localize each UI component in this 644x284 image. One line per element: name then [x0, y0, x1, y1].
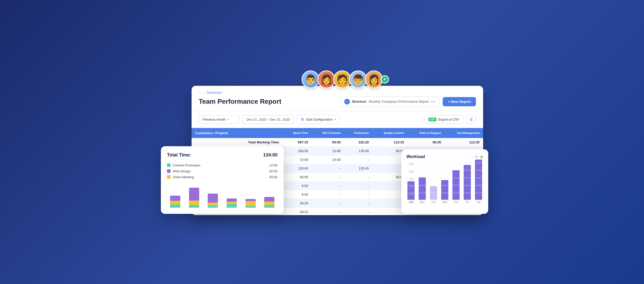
workload-day-label: Tue — [431, 201, 436, 204]
workload-bar-group: Thu — [451, 170, 461, 203]
workload-day-label: Mon — [420, 201, 425, 204]
row-spent: 28:20 — [283, 199, 312, 207]
legend-list: Content Promotion 12:00 Web Design 82:00… — [167, 162, 277, 180]
total-prod: 222:20 — [344, 138, 372, 147]
avatar-5[interactable]: 👩 — [365, 70, 383, 88]
legend-item: Client Meeting 40:00 — [167, 174, 277, 180]
workload-icon-1[interactable]: ○ — [471, 155, 473, 159]
row-spent: 206:50 — [283, 146, 312, 155]
back-to-dashboard-link[interactable]: ← ← Dashboard — [199, 91, 476, 94]
avatar-4[interactable]: 👦 — [349, 70, 367, 88]
row-spent: 28:20 — [283, 207, 312, 215]
workload-title: Workload — [406, 154, 425, 159]
mini-bar-segment — [246, 206, 256, 208]
workload-bar — [441, 180, 448, 200]
workload-y-label: 600 — [406, 163, 414, 166]
mini-bar-stack — [170, 196, 180, 208]
mini-bar-segment — [189, 201, 199, 205]
avatar-3[interactable]: 🧑 — [333, 70, 351, 88]
left-panel-total-time: Total Time: 134:00 Content Promotion 12:… — [161, 146, 284, 214]
export-label: Export to CSV — [438, 118, 459, 121]
add-avatar-button[interactable]: + — [381, 75, 389, 83]
print-icon: 🖨 — [469, 117, 473, 121]
workload-action-icons: ○ ⚙ ▣ — [471, 155, 483, 159]
mini-bar-stack — [189, 188, 199, 208]
legend-name: Web Design — [173, 169, 191, 173]
total-qc: 113:15 — [372, 138, 408, 147]
avatar-2[interactable]: 👩 — [317, 70, 335, 88]
page-title: Team Performance Report — [199, 98, 281, 106]
legend-name: Client Meeting — [173, 175, 194, 179]
legend-color-dot — [167, 175, 171, 179]
avatars-group: 👨 👩 🧑 👦 👩 + — [302, 70, 389, 88]
row-prod: - — [344, 199, 372, 207]
row-hr: 15:00 — [312, 146, 344, 155]
mini-bar-segment — [189, 205, 199, 208]
export-csv-button[interactable]: CSV Export to CSV — [425, 115, 463, 124]
mini-bar-chart — [167, 185, 277, 208]
mini-bar-segment — [170, 201, 180, 205]
workload-bar-group: Tue — [429, 186, 438, 204]
mini-bar-group — [186, 188, 202, 208]
row-hr: - — [312, 207, 344, 215]
row-hr: - — [312, 199, 344, 207]
workload-bar-group: Mon — [418, 177, 427, 204]
new-report-button[interactable]: + New Report — [443, 97, 476, 106]
back-link-text: ← Dashboard — [203, 91, 222, 94]
print-button[interactable]: 🖨 — [466, 115, 476, 124]
row-spent: 135:45 — [283, 164, 312, 173]
row-spent: 15:00 — [283, 155, 312, 164]
total-row-label: Total Working Time: — [192, 138, 283, 147]
workload-day-label: Fri — [466, 201, 469, 204]
shortcut-more-icon[interactable]: ••• — [431, 100, 436, 103]
legend-value: 82:00 — [269, 169, 277, 173]
mini-bar-segment — [246, 201, 256, 206]
total-time-value: 134:00 — [263, 152, 277, 158]
shortcut-check-icon: ✓ — [344, 99, 350, 104]
row-hr: 15:00 — [312, 155, 344, 164]
workload-bar — [419, 177, 426, 200]
row-prod: - — [344, 173, 372, 181]
col-header-top-management: Top Management — [445, 128, 483, 138]
workload-bar-group: Wed — [440, 180, 449, 204]
row-prod: - — [344, 155, 372, 164]
row-spent: 8:50 — [283, 190, 312, 199]
edit-config-button[interactable]: ⚙ Edit Configuration ▾ — [297, 115, 340, 124]
legend-name: Content Promotion — [173, 163, 200, 167]
shortcut-pill[interactable]: ✓ Shortcut: Monthly Company's Performanc… — [340, 97, 440, 107]
right-panel-workload: Workload ○ ⚙ ▣ 600500400300200100 SunMon… — [401, 149, 488, 214]
shortcut-value: Monthly Company's Performance Report — [369, 100, 429, 103]
workload-day-label: Wed — [442, 201, 447, 204]
mini-bar-segment — [264, 202, 274, 205]
chevron-down-icon: ▾ — [335, 118, 336, 121]
header-actions: ✓ Shortcut: Monthly Company's Performanc… — [340, 97, 476, 107]
workload-icon-3[interactable]: ▣ — [480, 155, 483, 159]
col-header-spent-time: Spent Time — [283, 128, 312, 138]
row-prod: - — [344, 181, 372, 190]
mini-bar-stack — [227, 198, 237, 208]
period-select[interactable]: Previous month ▾ — [199, 115, 240, 124]
workload-icon-2[interactable]: ⚙ — [475, 155, 478, 159]
total-time-label: Total Time: — [167, 152, 191, 158]
col-header-quality-control: Quality Control — [372, 128, 408, 138]
mini-bar-group — [167, 196, 183, 208]
col-header-hr-finance: HR & Finance — [312, 128, 344, 138]
date-range[interactable]: Dec 01, 2020 – Dec 31, 2020 — [243, 115, 294, 124]
mini-bar-segment — [227, 198, 237, 202]
mini-bar-segment — [170, 205, 180, 208]
total-hr: 93:00 — [312, 138, 344, 147]
workload-bar — [464, 165, 471, 200]
legend-color-dot — [167, 169, 171, 173]
workload-bar — [475, 160, 482, 200]
legend-value: 12:00 — [269, 163, 277, 167]
avatar-1[interactable]: 👨 — [302, 70, 319, 88]
workload-chart: 600500400300200100 SunMonTueWedThuFriSat — [406, 163, 483, 209]
col-header-sales-support: Sales & Support — [408, 128, 445, 138]
mini-bar-group — [242, 199, 259, 208]
col-header-production: Production — [344, 128, 372, 138]
workload-y-label: 400 — [406, 178, 414, 181]
row-prod: - — [344, 207, 372, 215]
row-prod: 135:45 — [344, 164, 372, 173]
mini-bar-segment — [208, 203, 218, 206]
row-spent: 8:50 — [283, 181, 312, 190]
